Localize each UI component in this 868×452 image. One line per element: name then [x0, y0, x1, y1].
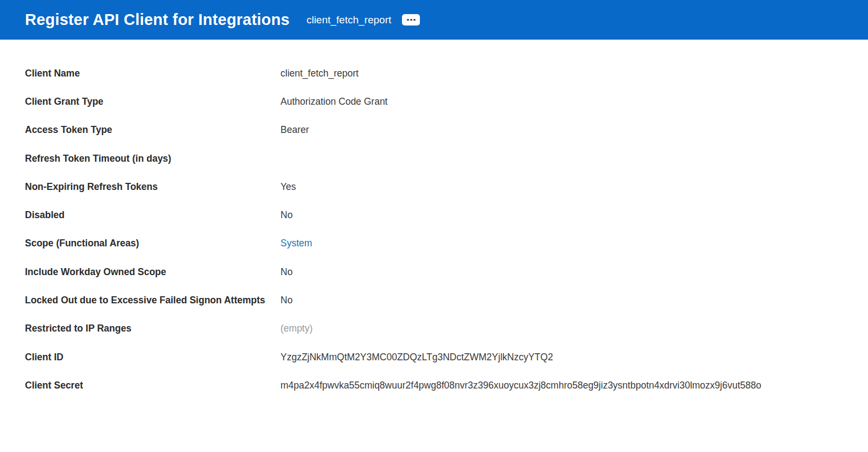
field-label: Access Token Type: [25, 124, 280, 136]
field-label: Refresh Token Timeout (in days): [25, 153, 280, 164]
field-row: Refresh Token Timeout (in days): [25, 144, 843, 173]
field-label: Locked Out due to Excessive Failed Signo…: [25, 295, 280, 306]
field-label: Restricted to IP Ranges: [25, 323, 280, 334]
field-label: Client ID: [25, 352, 280, 363]
empty-value: (empty): [280, 323, 312, 334]
field-value: Yes: [280, 181, 296, 193]
field-row: Restricted to IP Ranges (empty): [25, 315, 843, 343]
field-label: Client Name: [25, 68, 280, 79]
field-label: Include Workday Owned Scope: [25, 266, 280, 278]
field-row: Locked Out due to Excessive Failed Signo…: [25, 286, 843, 314]
field-label: Scope (Functional Areas): [25, 238, 280, 249]
field-value: YzgzZjNkMmQtM2Y3MC00ZDQzLTg3NDctZWM2Yjlk…: [280, 352, 553, 363]
field-row: Client Secret m4pa2x4fpwvka55cmiq8wuur2f…: [25, 371, 843, 399]
field-label: Client Secret: [25, 380, 280, 391]
page-title: Register API Client for Integrations: [25, 11, 290, 29]
field-value: m4pa2x4fpwvka55cmiq8wuur2f4pwg8f08nvr3z3…: [280, 380, 761, 391]
register-api-client-page: Register API Client for Integrations cli…: [0, 0, 868, 400]
field-value: Authorization Code Grant: [280, 96, 387, 107]
field-row: Non-Expiring Refresh Tokens Yes: [25, 173, 843, 201]
field-value: No: [280, 266, 292, 278]
field-label: Non-Expiring Refresh Tokens: [25, 181, 280, 193]
scope-system-link[interactable]: System: [280, 238, 312, 249]
field-row: Scope (Functional Areas) System: [25, 230, 843, 258]
field-row: Disabled No: [25, 201, 843, 229]
field-row: Client Grant Type Authorization Code Gra…: [25, 87, 843, 116]
related-actions-button[interactable]: [402, 14, 420, 26]
field-row: Client Name client_fetch_report: [25, 59, 843, 87]
field-value: No: [280, 209, 292, 221]
field-list: Client Name client_fetch_report Client G…: [0, 40, 868, 400]
field-row: Access Token Type Bearer: [25, 116, 843, 144]
field-row: Client ID YzgzZjNkMmQtM2Y3MC00ZDQzLTg3ND…: [25, 343, 843, 371]
field-value: Bearer: [280, 124, 309, 136]
ellipsis-icon: [407, 19, 416, 21]
field-label: Client Grant Type: [25, 96, 280, 107]
field-label: Disabled: [25, 209, 280, 221]
field-value: client_fetch_report: [280, 68, 359, 79]
field-row: Include Workday Owned Scope No: [25, 258, 843, 286]
page-header: Register API Client for Integrations cli…: [0, 0, 868, 40]
field-value: No: [280, 295, 292, 306]
page-subtitle: client_fetch_report: [307, 14, 391, 26]
